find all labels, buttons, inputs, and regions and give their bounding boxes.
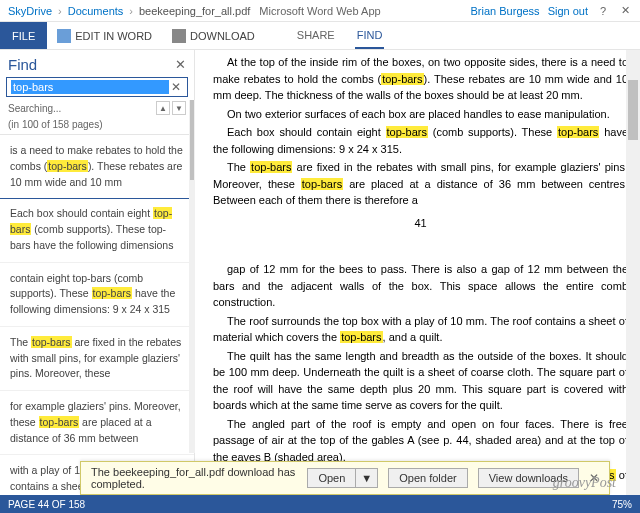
next-result-icon[interactable]: ▼ bbox=[172, 101, 186, 115]
toolbar: FILE EDIT IN WORD DOWNLOAD SHARE FIND bbox=[0, 22, 640, 50]
download-button[interactable]: DOWNLOAD bbox=[162, 22, 265, 49]
page-indicator[interactable]: PAGE 44 OF 158 bbox=[8, 499, 85, 510]
chevron-right-icon: › bbox=[58, 5, 62, 17]
view-downloads-button[interactable]: View downloads bbox=[478, 468, 579, 488]
close-find-icon[interactable]: ✕ bbox=[175, 57, 186, 72]
result-item[interactable]: Each box should contain eight top-bars (… bbox=[0, 198, 194, 262]
edit-in-word-button[interactable]: EDIT IN WORD bbox=[47, 22, 162, 49]
results-list: is a need to make rebates to hold the co… bbox=[0, 134, 194, 495]
document-view: At the top of the inside rim of the boxe… bbox=[195, 50, 640, 495]
zoom-level[interactable]: 75% bbox=[612, 499, 632, 510]
document-scrollbar[interactable] bbox=[626, 50, 640, 495]
breadcrumb-file: beekeeping_for_all.pdf bbox=[139, 5, 250, 17]
open-dropdown-icon[interactable]: ▼ bbox=[355, 468, 378, 488]
open-folder-button[interactable]: Open folder bbox=[388, 468, 467, 488]
find-panel: Find ✕ ✕ Searching... ▲▼ (in 100 of 158 … bbox=[0, 50, 195, 495]
result-item[interactable]: The top-bars are fixed in the rebates wi… bbox=[0, 327, 194, 391]
close-notification-icon[interactable]: ✕ bbox=[589, 471, 599, 485]
scrollbar-thumb[interactable] bbox=[190, 100, 194, 180]
result-item[interactable]: for example glaziers' pins. Moreover, th… bbox=[0, 391, 194, 455]
help-icon[interactable]: ? bbox=[596, 4, 610, 18]
result-item[interactable]: contain eight top-bars (comb supports). … bbox=[0, 263, 194, 327]
breadcrumb-root[interactable]: SkyDrive bbox=[8, 5, 52, 17]
download-notification: The beekeeping_for_all.pdf download has … bbox=[80, 461, 610, 495]
document-page: At the top of the inside rim of the boxe… bbox=[213, 54, 628, 495]
status-bar: PAGE 44 OF 158 75% bbox=[0, 495, 640, 513]
download-icon bbox=[172, 29, 186, 43]
chevron-right-icon: › bbox=[129, 5, 133, 17]
tab-find[interactable]: FIND bbox=[355, 23, 385, 49]
result-count: (in 100 of 158 pages) bbox=[0, 119, 194, 134]
sign-out-link[interactable]: Sign out bbox=[548, 5, 588, 17]
searching-label: Searching... bbox=[8, 103, 61, 114]
file-tab[interactable]: FILE bbox=[0, 22, 47, 49]
download-message: The beekeeping_for_all.pdf download has … bbox=[91, 466, 297, 490]
search-input[interactable] bbox=[11, 80, 169, 94]
close-icon[interactable]: ✕ bbox=[618, 4, 632, 18]
user-name[interactable]: Brian Burgess bbox=[471, 5, 540, 17]
clear-search-icon[interactable]: ✕ bbox=[169, 80, 183, 94]
find-title: Find bbox=[8, 56, 37, 73]
open-button[interactable]: Open bbox=[307, 468, 356, 488]
page-number: 41 bbox=[213, 215, 628, 232]
app-title: Microsoft Word Web App bbox=[259, 5, 380, 17]
scrollbar-thumb[interactable] bbox=[628, 80, 638, 140]
result-item[interactable]: is a need to make rebates to hold the co… bbox=[0, 134, 194, 199]
prev-result-icon[interactable]: ▲ bbox=[156, 101, 170, 115]
tab-share[interactable]: SHARE bbox=[295, 23, 337, 49]
breadcrumb-folder[interactable]: Documents bbox=[68, 5, 124, 17]
word-icon bbox=[57, 29, 71, 43]
search-box[interactable]: ✕ bbox=[6, 77, 188, 97]
title-bar: SkyDrive › Documents › beekeeping_for_al… bbox=[0, 0, 640, 22]
